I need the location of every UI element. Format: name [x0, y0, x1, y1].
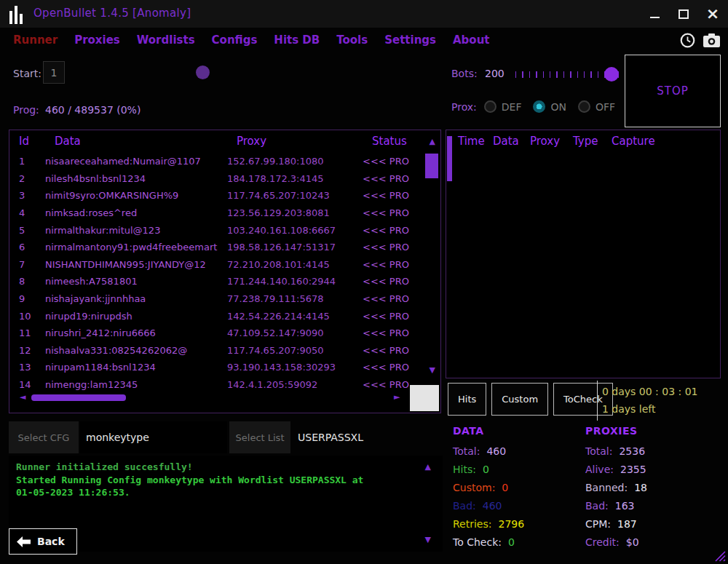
menu-item[interactable]: Configs	[212, 33, 258, 47]
stop-button[interactable]: STOP	[625, 55, 721, 127]
history-clock-icon[interactable]	[679, 32, 696, 49]
hits-scrollbar-thumb[interactable]	[447, 136, 452, 181]
menu-item[interactable]: Settings	[384, 33, 436, 47]
cell-proxy: 142.4.1.205:59092	[227, 379, 363, 390]
prox-def-radio[interactable]	[484, 100, 496, 113]
cell-data: nishajayank:jjnnhhaa	[45, 293, 227, 304]
stat-value: 460	[483, 500, 502, 512]
title-bar: OpenBullet 1.4.5 [Anomaly] ×	[0, 0, 728, 28]
bots-slider-thumb[interactable]	[604, 67, 619, 82]
back-label: Back	[37, 536, 65, 547]
menu-item[interactable]: Wordlists	[137, 33, 195, 47]
column-header-type[interactable]: Type	[573, 135, 598, 148]
menu-icons	[679, 32, 721, 49]
screenshot-camera-icon[interactable]	[703, 33, 721, 48]
stat-row: Total: 460	[453, 442, 524, 460]
log-line: Started Running Config monkeytype with W…	[16, 474, 421, 488]
cell-status: <<< PRO	[363, 190, 420, 201]
cell-proxy: 117.74.65.207:9050	[227, 345, 363, 356]
resize-grip-icon[interactable]	[715, 551, 726, 562]
cell-id: 2	[9, 173, 45, 184]
prox-def-label: DEF	[502, 101, 522, 113]
column-header-id[interactable]: Id	[19, 135, 29, 148]
menu-item[interactable]: Hits DB	[274, 33, 320, 47]
table-row[interactable]: 8 nimeesh:A7581801 171.244.140.160:2944 …	[9, 273, 420, 290]
menu-item[interactable]: Proxies	[74, 33, 120, 47]
table-row[interactable]: 5 nirmalthakur:mitul@123 103.240.161.108…	[9, 221, 420, 239]
column-header-hit-proxy[interactable]: Proxy	[530, 135, 560, 148]
column-header-capture[interactable]: Capture	[612, 135, 655, 148]
menu-item[interactable]: Tools	[336, 33, 368, 47]
table-row[interactable]: 6 nirmalmantony91:pwd4freebeemart 198.58…	[9, 239, 420, 256]
cell-proxy: 117.74.65.207:10243	[227, 190, 363, 201]
minimize-button[interactable]	[648, 7, 661, 20]
stat-label: Total:	[453, 445, 480, 457]
menu-item[interactable]: About	[453, 33, 490, 47]
cell-status: <<< PRO	[363, 259, 420, 270]
scroll-right-arrow[interactable]: ►	[394, 393, 400, 401]
table-row[interactable]: 14 nimengg:lam12345 142.4.1.205:59092 <<…	[9, 376, 420, 394]
close-button[interactable]: ×	[706, 7, 719, 20]
hits-tab[interactable]: Custom	[491, 383, 548, 416]
cell-proxy: 103.240.161.108:6667	[227, 225, 363, 236]
column-header-status[interactable]: Status	[372, 135, 407, 148]
table-row[interactable]: 11 nirushri_2412:niru6666 47.109.52.147:…	[9, 325, 420, 342]
log-scroll-down-arrow[interactable]: ▼	[425, 536, 431, 544]
stat-row: Hits: 0	[453, 460, 524, 478]
stat-label: Hits:	[453, 464, 476, 475]
app-logo-icon	[9, 4, 25, 24]
prox-off-radio[interactable]	[578, 100, 590, 113]
window-title: OpenBullet 1.4.5 [Anomaly]	[33, 7, 191, 20]
selected-wordlist-value[interactable]: USERPASSXL	[292, 421, 442, 453]
vertical-scrollbar-thumb[interactable]	[425, 154, 438, 178]
prox-on-radio[interactable]	[533, 100, 545, 113]
cell-proxy: 171.244.140.160:2944	[227, 276, 363, 287]
maximize-button[interactable]	[677, 7, 690, 20]
select-config-button[interactable]: Select CFG	[9, 421, 79, 453]
horizontal-scrollbar-thumb[interactable]	[31, 394, 126, 401]
column-header-hit-data[interactable]: Data	[493, 135, 519, 148]
stat-label: Banned:	[585, 482, 628, 493]
scroll-down-arrow[interactable]: ▼	[430, 366, 435, 374]
stat-value: 163	[615, 500, 635, 512]
column-header-time[interactable]: Time	[458, 135, 485, 148]
cell-data: nilesh4bsnl:bsnl1234	[45, 173, 227, 184]
cell-proxy: 72.210.208.101:4145	[227, 259, 363, 270]
scroll-left-arrow[interactable]: ◄	[20, 393, 25, 401]
table-row[interactable]: 1 nisaareceahamed:Numair@1107 152.67.99.…	[9, 153, 420, 170]
stat-label: To Check:	[453, 536, 502, 548]
selected-config-value[interactable]: monkeytype	[80, 421, 227, 453]
bots-slider[interactable]	[514, 63, 625, 85]
cell-data: NISHANTDHIMAN995:JIYANDY@12	[45, 259, 227, 270]
start-label: Start:	[13, 68, 41, 79]
cell-proxy: 152.67.99.180:1080	[227, 156, 363, 167]
app-window: OpenBullet 1.4.5 [Anomaly] × Runner Prox…	[0, 0, 728, 564]
back-button[interactable]: Back	[9, 528, 77, 555]
log-scroll-up-arrow[interactable]: ▲	[425, 463, 431, 471]
hits-tab[interactable]: Hits	[448, 383, 486, 416]
table-row[interactable]: 2 nilesh4bsnl:bsnl1234 184.178.172.3:414…	[9, 170, 420, 188]
table-row[interactable]: 13 nirupam1184:bsnl1234 93.190.143.158:3…	[9, 359, 420, 376]
table-row[interactable]: 3 nimit9syro:OMKARSINGH%9 117.74.65.207:…	[9, 187, 420, 204]
table-row[interactable]: 4 nimksad:roses^red 123.56.129.203:8081 …	[9, 204, 420, 222]
table-row[interactable]: 12 nishaalva331:08254262062@ 117.74.65.2…	[9, 342, 420, 360]
cell-status: <<< PRO	[363, 311, 420, 322]
cell-id: 11	[9, 327, 45, 338]
column-header-proxy[interactable]: Proxy	[237, 135, 266, 148]
cell-status: <<< PRO	[363, 173, 420, 184]
scroll-up-arrow[interactable]: ▲	[430, 138, 435, 146]
proxies-panel-title: PROXIES	[585, 425, 638, 437]
cell-status: <<< PRO	[363, 327, 420, 338]
table-row[interactable]: 7 NISHANTDHIMAN995:JIYANDY@12 72.210.208…	[9, 256, 420, 274]
run-indicator[interactable]	[196, 65, 210, 79]
stat-label: CPM:	[585, 518, 611, 530]
select-wordlist-button[interactable]: Select List	[229, 421, 290, 453]
stat-value: 2355	[620, 464, 646, 475]
menu-item[interactable]: Runner	[13, 33, 58, 47]
start-input[interactable]	[43, 61, 65, 84]
column-header-data[interactable]: Data	[55, 135, 81, 148]
table-row[interactable]: 10 nirupd19:nirupdsh 142.54.226.214:4145…	[9, 307, 420, 325]
table-row[interactable]: 9 nishajayank:jjnnhhaa 77.238.79.111:567…	[9, 290, 420, 308]
progress-value: 460 / 489537 (0%)	[45, 104, 141, 116]
cell-data: nirupd19:nirupdsh	[45, 311, 227, 322]
